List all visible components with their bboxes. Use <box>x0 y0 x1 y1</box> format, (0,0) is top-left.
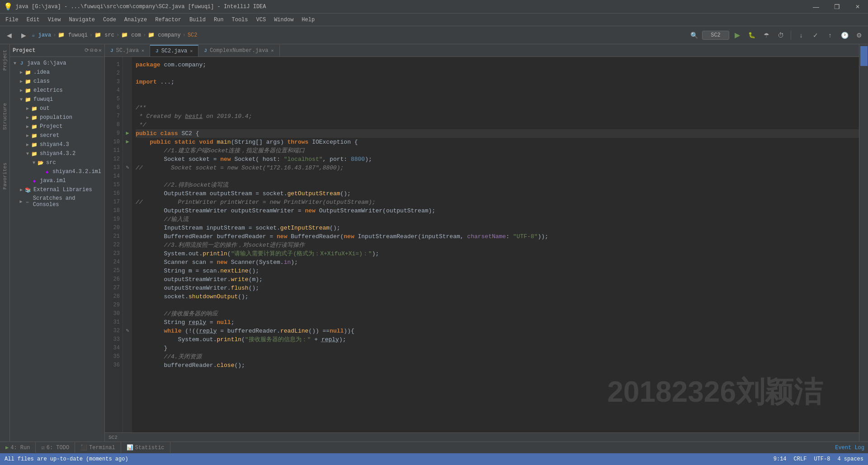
scratches-icon: ✏ <box>24 198 31 205</box>
vcs-push-button[interactable]: ↑ <box>824 29 836 42</box>
close-button[interactable]: ✕ <box>847 0 868 14</box>
tree-item-fuwuqi[interactable]: ▼ 📁 fuwuqi <box>10 95 104 104</box>
code-editor[interactable]: 12345 678910 1112131415 1617181920 21222… <box>105 57 859 432</box>
tree-item-external-libs[interactable]: ▶ 📚 External Libraries <box>10 185 104 194</box>
project-collapse-icon[interactable]: ⊟ <box>90 47 93 54</box>
breadcrumb-com[interactable]: 📁 com <box>121 32 141 38</box>
tree-item-src[interactable]: ▼ 📂 src <box>10 158 104 167</box>
breadcrumb-sep5: › <box>183 32 186 38</box>
breadcrumb-sc2[interactable]: SC2 <box>188 32 198 38</box>
tree-item-shiyan432[interactable]: ▼ 📁 shiyan4.3.2 <box>10 149 104 158</box>
tree-item-java[interactable]: ▼ J java G:\java <box>10 59 104 68</box>
tree-item-idea[interactable]: ▶ 📁 .idea <box>10 68 104 77</box>
encoding[interactable]: UTF-8 <box>814 456 830 462</box>
back-button[interactable]: ◀ <box>3 29 15 42</box>
tree-arrow-class: ▶ <box>18 79 24 84</box>
run-button[interactable]: ▶ <box>731 29 744 42</box>
menu-analyze[interactable]: Analyze <box>121 15 151 24</box>
tree-item-secret[interactable]: ▶ 📁 secret <box>10 131 104 140</box>
profile-button[interactable]: ⏱ <box>774 29 787 42</box>
favorites-icon[interactable]: Favorites <box>0 161 9 191</box>
tree-item-java-iml[interactable]: ◆ java.iml <box>10 176 104 185</box>
indent[interactable]: 4 spaces <box>837 456 863 462</box>
tab-complexnumber-java-close[interactable]: ✕ <box>271 48 274 53</box>
tree-item-out[interactable]: ▶ 📁 out <box>10 104 104 113</box>
tree-label-iml1: shiyan4.3.2.iml <box>52 169 101 175</box>
menu-refactor[interactable]: Refactor <box>151 15 185 24</box>
menu-bar: File Edit View Navigate Code Analyze Ref… <box>0 14 868 26</box>
maximize-button[interactable]: ❐ <box>826 0 847 14</box>
menu-navigate[interactable]: Navigate <box>65 15 99 24</box>
minimize-button[interactable]: — <box>806 0 826 14</box>
project-header: Project ⟳ ⊟ ⚙ ✕ <box>10 44 104 57</box>
menu-view[interactable]: View <box>44 15 65 24</box>
bottom-tab-statistic[interactable]: 📊 Statistic <box>121 442 170 454</box>
title-bar-title: java [G:\java] - ...\fuwuqi\src\com\comp… <box>15 4 266 10</box>
menu-edit[interactable]: Edit <box>23 15 43 24</box>
menu-file[interactable]: File <box>2 15 22 24</box>
settings-button[interactable]: ⚙ <box>853 29 865 42</box>
kw-new-21b: new <box>344 232 354 241</box>
tab-sc-java[interactable]: J SC.java ✕ <box>105 45 150 56</box>
project-close-icon[interactable]: ✕ <box>99 47 102 54</box>
menu-help[interactable]: Help <box>298 15 318 24</box>
breadcrumb-java[interactable]: ☕ java <box>32 32 51 38</box>
str-utf8: "UTF-8" <box>513 232 538 241</box>
var-reply: reply <box>189 318 206 327</box>
project-toolbar: ⟳ ⊟ ⚙ ✕ <box>85 47 102 54</box>
tree-arrow-extlibs: ▶ <box>18 187 24 193</box>
structure-view-icon[interactable]: Structure <box>0 101 9 132</box>
tree-arrow-shiyan43: ▶ <box>24 142 31 147</box>
menu-tools[interactable]: Tools <box>228 15 252 24</box>
search-everywhere-button[interactable]: 🔍 <box>688 29 700 42</box>
tree-item-shiyan43[interactable]: ▶ 📁 shiyan4.3 <box>10 140 104 149</box>
vcs-commit-button[interactable]: ✓ <box>809 29 822 42</box>
menu-build[interactable]: Build <box>186 15 209 24</box>
vcs-update-button[interactable]: ↓ <box>795 29 807 42</box>
right-sidebar <box>859 44 868 442</box>
menu-vcs[interactable]: VCS <box>253 15 270 24</box>
menu-code[interactable]: Code <box>99 15 120 24</box>
project-sync-icon[interactable]: ⟳ <box>85 47 89 54</box>
forward-button[interactable]: ▶ <box>17 29 30 42</box>
cmt-22: //3.利用流按照一定的操作，对socket进行读写操作 <box>136 241 305 249</box>
bottom-tab-todo[interactable]: ☑ 6: TODO <box>36 442 75 454</box>
project-view-icon[interactable]: Project <box>0 48 9 72</box>
cursor-position[interactable]: 9:14 <box>774 456 787 462</box>
code-line-19: //输入流 <box>136 215 859 224</box>
bottom-tab-terminal[interactable]: ⬛ Terminal <box>75 442 121 454</box>
project-settings-icon[interactable]: ⚙ <box>94 47 98 54</box>
folder-icon-secret: 📁 <box>31 132 38 139</box>
breadcrumb-company[interactable]: 📁 company <box>148 32 181 38</box>
src-icon: 📂 <box>37 159 44 166</box>
code-line-26: outputStreamWriter.write(m); <box>136 275 859 284</box>
coverage-button[interactable]: ☂ <box>760 29 773 42</box>
run-config-selector[interactable]: SC2 <box>702 31 729 40</box>
tree-item-scratches[interactable]: ▶ ✏ Scratches and Consoles <box>10 194 104 209</box>
tree-item-population[interactable]: ▶ 📁 population <box>10 113 104 122</box>
menu-window[interactable]: Window <box>270 15 297 24</box>
tree-item-class[interactable]: ▶ 📁 class <box>10 77 104 86</box>
tree-item-project[interactable]: ▶ 📁 Project <box>10 122 104 131</box>
main-area: Project Structure Favorites Project ⟳ ⊟ … <box>0 44 868 442</box>
line-ending[interactable]: CRLF <box>794 456 807 462</box>
kw-import: import <box>136 78 157 86</box>
event-log-link[interactable]: Event Log <box>835 445 864 451</box>
menu-run[interactable]: Run <box>210 15 227 24</box>
sc-java-icon: J <box>110 48 113 53</box>
vcs-history-button[interactable]: 🕐 <box>838 29 851 42</box>
tab-complexnumber-java[interactable]: J ComplexNumber.java ✕ <box>198 45 279 56</box>
tree-item-shiyan432-iml[interactable]: ◆ shiyan4.3.2.iml <box>10 167 104 176</box>
cmt-17: // PrintWriter printWriter = new PrintWr… <box>136 198 376 207</box>
tab-sc2-java-close[interactable]: ✕ <box>190 48 193 54</box>
tab-sc2-java[interactable]: J SC2.java ✕ <box>150 45 198 56</box>
tab-sc-java-close[interactable]: ✕ <box>142 48 144 53</box>
code-line-5 <box>136 95 859 103</box>
code-content[interactable]: package com.company; import ...; /** <box>132 57 859 432</box>
bottom-tab-run[interactable]: ▶ 4: Run <box>0 442 36 454</box>
tree-item-electrics[interactable]: ▶ 📁 electrics <box>10 86 104 95</box>
breadcrumb-src[interactable]: 📁 src <box>94 32 114 38</box>
breadcrumb-fuwuqi[interactable]: 📁 fuwuqi <box>58 32 87 38</box>
fn-println-23: println <box>203 249 227 258</box>
debug-button[interactable]: 🐛 <box>745 29 758 42</box>
